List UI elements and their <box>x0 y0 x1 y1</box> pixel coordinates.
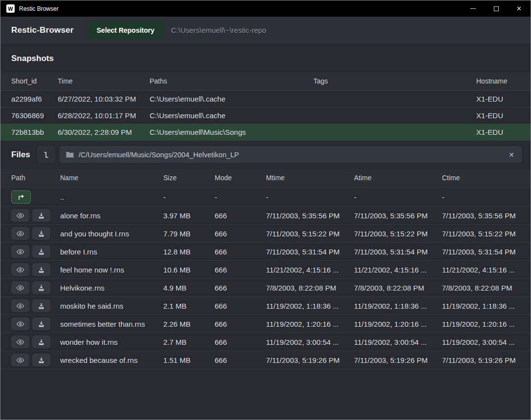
file-size: 2.26 MB <box>163 315 215 333</box>
download-file-button[interactable] <box>32 245 50 258</box>
snapshots-table: Short_id Time Paths Tags Hostname a2299a… <box>0 72 531 141</box>
file-mtime: 7/11/2003, 5:35:56 PM <box>266 207 354 225</box>
eye-icon <box>16 357 24 364</box>
file-mode: 666 <box>215 351 266 369</box>
minimize-button[interactable] <box>462 0 485 17</box>
file-mtime: 7/11/2003, 5:31:54 PM <box>266 243 354 261</box>
download-file-button[interactable] <box>32 336 50 348</box>
view-file-button[interactable] <box>11 263 29 276</box>
column-header-hostname: Hostname <box>476 72 531 90</box>
file-atime: 11/19/2002, 1:18:36 ... <box>354 297 442 315</box>
snapshot-time: 6/30/2022, 2:28:09 PM <box>58 124 150 140</box>
file-size: 1.51 MB <box>163 351 215 369</box>
view-file-button[interactable] <box>11 209 29 222</box>
file-mode: 666 <box>215 261 266 279</box>
up-directory-button[interactable] <box>11 190 31 204</box>
download-file-button[interactable] <box>32 227 50 240</box>
download-icon <box>38 338 45 346</box>
snapshot-paths: C:\Users\emuell\.cache <box>150 107 313 124</box>
file-path-input[interactable]: /C/Users/emuell/Music/Songs/2004_Helveti… <box>60 146 522 163</box>
file-name: feel home now !.rns <box>60 261 163 279</box>
file-atime: 11/19/2002, 3:00:54 ... <box>354 333 442 351</box>
download-icon <box>38 266 45 273</box>
file-size: 10.6 MB <box>163 261 215 279</box>
close-icon: ✕ <box>516 5 522 12</box>
column-header-short-id: Short_id <box>0 72 58 90</box>
download-file-button[interactable] <box>32 354 50 366</box>
file-row[interactable]: and you thought I.rns 7.79 MB 666 7/11/2… <box>0 225 531 243</box>
snapshot-row[interactable]: a2299af6 6/27/2022, 10:03:32 PM C:\Users… <box>0 90 531 107</box>
download-file-button[interactable] <box>32 317 50 330</box>
eye-icon <box>16 266 24 273</box>
file-row[interactable]: wonder how it.rns 2.7 MB 666 11/19/2002,… <box>0 333 531 351</box>
file-mtime: 7/11/2003, 5:15:22 PM <box>266 225 354 243</box>
file-mode: 666 <box>215 297 266 315</box>
snapshot-hostname: X1-EDU <box>476 124 531 140</box>
file-name: sometimes better than.rns <box>60 315 163 333</box>
clear-path-button[interactable]: ✕ <box>508 151 515 159</box>
file-row[interactable]: wrecked because of.rns 1.51 MB 666 7/11/… <box>0 351 531 369</box>
file-row[interactable]: alone for.rns 3.97 MB 666 7/11/2003, 5:3… <box>0 207 531 225</box>
file-name: before I.rns <box>60 243 163 261</box>
download-file-button[interactable] <box>32 281 50 294</box>
parent-atime: - <box>354 188 442 207</box>
file-row[interactable]: feel home now !.rns 10.6 MB 666 11/21/20… <box>0 261 531 279</box>
toggle-path-mode-button[interactable] <box>37 146 55 163</box>
download-file-button[interactable] <box>32 263 50 276</box>
file-atime: 7/11/2003, 5:19:26 PM <box>354 351 442 369</box>
view-file-button[interactable] <box>11 317 29 330</box>
snapshot-hostname: X1-EDU <box>476 90 531 107</box>
file-name: wrecked because of.rns <box>60 351 163 369</box>
parent-mode: - <box>215 188 266 207</box>
file-mode: 666 <box>215 207 266 225</box>
file-mode: 666 <box>215 225 266 243</box>
file-size: 2.7 MB <box>163 333 215 351</box>
select-repository-button[interactable]: Select Repository <box>88 21 164 39</box>
download-icon <box>38 284 45 292</box>
app-name: Restic-Browser <box>11 25 74 35</box>
view-file-button[interactable] <box>11 336 29 348</box>
file-row[interactable]: Helvikone.rns 4.9 MB 666 7/8/2003, 8:22:… <box>0 279 531 297</box>
download-file-button[interactable] <box>32 209 50 222</box>
snapshot-row[interactable]: 76306869 6/28/2022, 10:01:17 PM C:\Users… <box>0 107 531 124</box>
file-mtime: 11/19/2002, 1:18:36 ... <box>266 297 354 315</box>
view-file-button[interactable] <box>11 299 29 312</box>
eye-icon <box>16 248 24 255</box>
files-title: Files <box>11 150 30 160</box>
view-file-button[interactable] <box>11 354 29 366</box>
files-bar: Files /C/Users/emuell/Music/Songs/2004_H… <box>0 141 531 169</box>
files-body: .. - - - - - <box>0 188 531 207</box>
parent-directory-row[interactable]: .. - - - - - <box>0 188 531 207</box>
column-header-mtime: Mtime <box>266 169 354 188</box>
file-ctime: 7/11/2003, 5:35:56 PM <box>442 207 531 225</box>
download-icon <box>38 320 45 328</box>
file-size: 7.79 MB <box>163 225 215 243</box>
view-file-button[interactable] <box>11 281 29 294</box>
maximize-button[interactable] <box>485 0 508 17</box>
snapshot-short-id: 76306869 <box>0 107 58 124</box>
view-file-button[interactable] <box>11 227 29 240</box>
file-row[interactable]: moskito he said.rns 2.1 MB 666 11/19/200… <box>0 297 531 315</box>
file-mtime: 7/11/2003, 5:19:26 PM <box>266 351 354 369</box>
file-mode: 666 <box>215 279 266 297</box>
snapshot-short-id: 72b813bb <box>0 124 58 140</box>
files-rows: alone for.rns 3.97 MB 666 7/11/2003, 5:3… <box>0 207 531 369</box>
file-row[interactable]: before I.rns 12.8 MB 666 7/11/2003, 5:31… <box>0 243 531 261</box>
snapshot-tags <box>313 124 476 140</box>
download-file-button[interactable] <box>32 299 50 312</box>
column-header-ctime: Ctime <box>442 169 531 188</box>
close-button[interactable]: ✕ <box>508 0 531 17</box>
snapshot-paths: C:\Users\emuell\.cache <box>150 90 313 107</box>
repository-path: C:\Users\emuell\~\restic-repo <box>171 26 266 34</box>
file-size: 3.97 MB <box>163 207 215 225</box>
file-size: 12.8 MB <box>163 243 215 261</box>
file-row[interactable]: sometimes better than.rns 2.26 MB 666 11… <box>0 315 531 333</box>
view-file-button[interactable] <box>11 245 29 258</box>
file-name: wonder how it.rns <box>60 333 163 351</box>
file-mode: 666 <box>215 333 266 351</box>
column-header-paths: Paths <box>150 72 313 90</box>
maximize-icon <box>494 6 499 11</box>
file-ctime: 7/11/2003, 5:19:26 PM <box>442 351 531 369</box>
file-size: 2.1 MB <box>163 297 215 315</box>
snapshot-row[interactable]: 72b813bb 6/30/2022, 2:28:09 PM C:\Users\… <box>0 124 531 140</box>
